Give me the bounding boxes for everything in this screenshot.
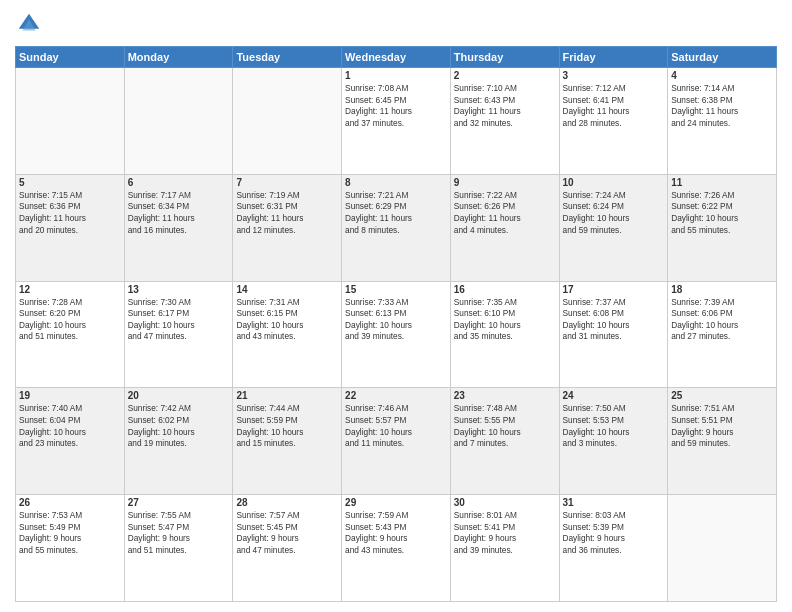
day-number: 19: [19, 390, 121, 401]
day-info: Sunrise: 7:15 AM Sunset: 6:36 PM Dayligh…: [19, 190, 121, 236]
day-number: 31: [563, 497, 665, 508]
day-number: 17: [563, 284, 665, 295]
page: SundayMondayTuesdayWednesdayThursdayFrid…: [0, 0, 792, 612]
day-info: Sunrise: 7:22 AM Sunset: 6:26 PM Dayligh…: [454, 190, 556, 236]
day-info: Sunrise: 7:30 AM Sunset: 6:17 PM Dayligh…: [128, 297, 230, 343]
day-info: Sunrise: 7:33 AM Sunset: 6:13 PM Dayligh…: [345, 297, 447, 343]
day-number: 2: [454, 70, 556, 81]
logo: [15, 10, 47, 38]
week-row-1: 5Sunrise: 7:15 AM Sunset: 6:36 PM Daylig…: [16, 174, 777, 281]
day-cell: [124, 68, 233, 175]
day-info: Sunrise: 7:24 AM Sunset: 6:24 PM Dayligh…: [563, 190, 665, 236]
day-cell: 3Sunrise: 7:12 AM Sunset: 6:41 PM Daylig…: [559, 68, 668, 175]
day-cell: 24Sunrise: 7:50 AM Sunset: 5:53 PM Dayli…: [559, 388, 668, 495]
logo-icon: [15, 10, 43, 38]
day-info: Sunrise: 7:17 AM Sunset: 6:34 PM Dayligh…: [128, 190, 230, 236]
day-info: Sunrise: 7:35 AM Sunset: 6:10 PM Dayligh…: [454, 297, 556, 343]
day-info: Sunrise: 7:53 AM Sunset: 5:49 PM Dayligh…: [19, 510, 121, 556]
day-number: 13: [128, 284, 230, 295]
day-number: 3: [563, 70, 665, 81]
day-info: Sunrise: 7:42 AM Sunset: 6:02 PM Dayligh…: [128, 403, 230, 449]
day-cell: 16Sunrise: 7:35 AM Sunset: 6:10 PM Dayli…: [450, 281, 559, 388]
day-info: Sunrise: 7:46 AM Sunset: 5:57 PM Dayligh…: [345, 403, 447, 449]
weekday-header-thursday: Thursday: [450, 47, 559, 68]
day-cell: 8Sunrise: 7:21 AM Sunset: 6:29 PM Daylig…: [342, 174, 451, 281]
day-number: 29: [345, 497, 447, 508]
day-info: Sunrise: 7:59 AM Sunset: 5:43 PM Dayligh…: [345, 510, 447, 556]
day-number: 21: [236, 390, 338, 401]
day-cell: 30Sunrise: 8:01 AM Sunset: 5:41 PM Dayli…: [450, 495, 559, 602]
day-number: 20: [128, 390, 230, 401]
day-cell: 27Sunrise: 7:55 AM Sunset: 5:47 PM Dayli…: [124, 495, 233, 602]
day-cell: 17Sunrise: 7:37 AM Sunset: 6:08 PM Dayli…: [559, 281, 668, 388]
day-number: 6: [128, 177, 230, 188]
day-number: 28: [236, 497, 338, 508]
header: [15, 10, 777, 38]
day-cell: 25Sunrise: 7:51 AM Sunset: 5:51 PM Dayli…: [668, 388, 777, 495]
day-number: 5: [19, 177, 121, 188]
weekday-header-monday: Monday: [124, 47, 233, 68]
day-info: Sunrise: 7:40 AM Sunset: 6:04 PM Dayligh…: [19, 403, 121, 449]
day-cell: 1Sunrise: 7:08 AM Sunset: 6:45 PM Daylig…: [342, 68, 451, 175]
day-number: 9: [454, 177, 556, 188]
week-row-2: 12Sunrise: 7:28 AM Sunset: 6:20 PM Dayli…: [16, 281, 777, 388]
day-cell: 6Sunrise: 7:17 AM Sunset: 6:34 PM Daylig…: [124, 174, 233, 281]
day-cell: 15Sunrise: 7:33 AM Sunset: 6:13 PM Dayli…: [342, 281, 451, 388]
day-info: Sunrise: 7:51 AM Sunset: 5:51 PM Dayligh…: [671, 403, 773, 449]
day-cell: 13Sunrise: 7:30 AM Sunset: 6:17 PM Dayli…: [124, 281, 233, 388]
day-info: Sunrise: 7:44 AM Sunset: 5:59 PM Dayligh…: [236, 403, 338, 449]
day-cell: [668, 495, 777, 602]
day-number: 24: [563, 390, 665, 401]
day-number: 27: [128, 497, 230, 508]
day-cell: 31Sunrise: 8:03 AM Sunset: 5:39 PM Dayli…: [559, 495, 668, 602]
day-cell: 10Sunrise: 7:24 AM Sunset: 6:24 PM Dayli…: [559, 174, 668, 281]
day-cell: 19Sunrise: 7:40 AM Sunset: 6:04 PM Dayli…: [16, 388, 125, 495]
day-number: 15: [345, 284, 447, 295]
day-cell: 23Sunrise: 7:48 AM Sunset: 5:55 PM Dayli…: [450, 388, 559, 495]
day-info: Sunrise: 7:50 AM Sunset: 5:53 PM Dayligh…: [563, 403, 665, 449]
day-info: Sunrise: 7:57 AM Sunset: 5:45 PM Dayligh…: [236, 510, 338, 556]
day-info: Sunrise: 7:14 AM Sunset: 6:38 PM Dayligh…: [671, 83, 773, 129]
day-number: 8: [345, 177, 447, 188]
day-cell: [16, 68, 125, 175]
day-info: Sunrise: 7:37 AM Sunset: 6:08 PM Dayligh…: [563, 297, 665, 343]
weekday-header-saturday: Saturday: [668, 47, 777, 68]
weekday-header-friday: Friday: [559, 47, 668, 68]
day-info: Sunrise: 7:19 AM Sunset: 6:31 PM Dayligh…: [236, 190, 338, 236]
day-number: 16: [454, 284, 556, 295]
day-cell: 20Sunrise: 7:42 AM Sunset: 6:02 PM Dayli…: [124, 388, 233, 495]
day-cell: 9Sunrise: 7:22 AM Sunset: 6:26 PM Daylig…: [450, 174, 559, 281]
day-number: 26: [19, 497, 121, 508]
day-number: 7: [236, 177, 338, 188]
calendar-table: SundayMondayTuesdayWednesdayThursdayFrid…: [15, 46, 777, 602]
day-info: Sunrise: 7:08 AM Sunset: 6:45 PM Dayligh…: [345, 83, 447, 129]
weekday-header-wednesday: Wednesday: [342, 47, 451, 68]
day-number: 1: [345, 70, 447, 81]
weekday-header-row: SundayMondayTuesdayWednesdayThursdayFrid…: [16, 47, 777, 68]
day-cell: 12Sunrise: 7:28 AM Sunset: 6:20 PM Dayli…: [16, 281, 125, 388]
day-cell: 21Sunrise: 7:44 AM Sunset: 5:59 PM Dayli…: [233, 388, 342, 495]
week-row-3: 19Sunrise: 7:40 AM Sunset: 6:04 PM Dayli…: [16, 388, 777, 495]
day-info: Sunrise: 8:03 AM Sunset: 5:39 PM Dayligh…: [563, 510, 665, 556]
day-cell: 26Sunrise: 7:53 AM Sunset: 5:49 PM Dayli…: [16, 495, 125, 602]
day-number: 4: [671, 70, 773, 81]
day-cell: [233, 68, 342, 175]
day-number: 18: [671, 284, 773, 295]
day-info: Sunrise: 7:31 AM Sunset: 6:15 PM Dayligh…: [236, 297, 338, 343]
day-number: 12: [19, 284, 121, 295]
week-row-4: 26Sunrise: 7:53 AM Sunset: 5:49 PM Dayli…: [16, 495, 777, 602]
weekday-header-sunday: Sunday: [16, 47, 125, 68]
day-info: Sunrise: 7:28 AM Sunset: 6:20 PM Dayligh…: [19, 297, 121, 343]
day-info: Sunrise: 7:55 AM Sunset: 5:47 PM Dayligh…: [128, 510, 230, 556]
day-number: 30: [454, 497, 556, 508]
day-number: 11: [671, 177, 773, 188]
day-cell: 18Sunrise: 7:39 AM Sunset: 6:06 PM Dayli…: [668, 281, 777, 388]
day-info: Sunrise: 7:12 AM Sunset: 6:41 PM Dayligh…: [563, 83, 665, 129]
day-number: 22: [345, 390, 447, 401]
day-number: 25: [671, 390, 773, 401]
day-cell: 29Sunrise: 7:59 AM Sunset: 5:43 PM Dayli…: [342, 495, 451, 602]
day-cell: 2Sunrise: 7:10 AM Sunset: 6:43 PM Daylig…: [450, 68, 559, 175]
day-cell: 11Sunrise: 7:26 AM Sunset: 6:22 PM Dayli…: [668, 174, 777, 281]
day-info: Sunrise: 7:48 AM Sunset: 5:55 PM Dayligh…: [454, 403, 556, 449]
day-cell: 22Sunrise: 7:46 AM Sunset: 5:57 PM Dayli…: [342, 388, 451, 495]
